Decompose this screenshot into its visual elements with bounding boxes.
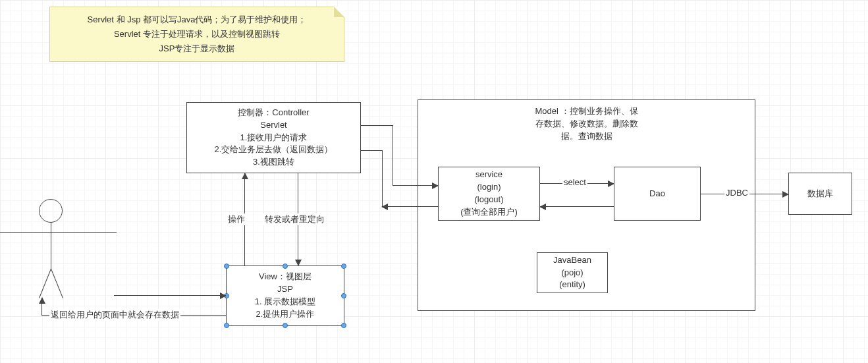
database-box[interactable]: 数据库: [788, 173, 852, 215]
controller-box[interactable]: 控制器：Controller Servlet 1.接收用户的请求 2.交给业务层…: [186, 102, 361, 173]
service-l2: (login): [477, 181, 501, 194]
resize-handle[interactable]: [283, 323, 288, 328]
note-servlet-jsp: Servlet 和 Jsp 都可以写Java代码；为了易于维护和使用； Serv…: [49, 7, 344, 62]
view-sub: JSP: [277, 283, 293, 296]
controller-l2: 2.交给业务层去做（返回数据）: [215, 144, 333, 156]
service-l3: (logout): [474, 194, 503, 206]
dao-box[interactable]: Dao: [614, 167, 701, 221]
label-operate: 操作: [227, 213, 246, 225]
model-l3: 据。查询数据: [561, 130, 612, 143]
note-line2: Servlet 专注于处理请求，以及控制视图跳转: [114, 29, 280, 39]
controller-l1: 1.接收用户的请求: [240, 132, 308, 144]
label-jdbc: JDBC: [724, 188, 749, 198]
view-l2: 2.提供用户操作: [256, 308, 315, 321]
resize-handle[interactable]: [341, 323, 346, 328]
resize-handle[interactable]: [224, 264, 229, 269]
javabean-l2: (pojo): [561, 267, 583, 279]
resize-handle[interactable]: [283, 264, 288, 269]
service-box[interactable]: service (login) (logout) (查询全部用户): [438, 167, 540, 221]
label-return: 返回给用户的页面中就会存在数据: [49, 309, 180, 321]
dao-label: Dao: [649, 188, 665, 200]
arrow-view-to-user-v: [41, 298, 42, 315]
service-l1: service: [475, 169, 502, 181]
javabean-l1: JavaBean: [553, 254, 591, 267]
model-l2: 存数据、修改数据。删除数: [535, 118, 638, 130]
resize-handle[interactable]: [341, 264, 346, 269]
controller-title: 控制器：Controller: [238, 107, 309, 119]
arrow-dao-to-service: [540, 206, 614, 207]
arrow-ctrl-to-service: [393, 185, 438, 186]
arrow-user-to-view: [114, 295, 226, 296]
controller-l3: 3.视图跳转: [253, 156, 294, 169]
database-label: 数据库: [807, 188, 833, 200]
resize-handle[interactable]: [341, 293, 346, 298]
controller-sub: Servlet: [260, 119, 286, 132]
note-line1: Servlet 和 Jsp 都可以写Java代码；为了易于维护和使用；: [88, 14, 307, 24]
note-line3: JSP专注于显示数据: [159, 43, 235, 53]
service-l4: (查询全部用户): [460, 206, 518, 219]
resize-handle[interactable]: [224, 323, 229, 328]
model-title: Model ：控制业务操作、保: [535, 105, 637, 118]
line-ctrl-service-bot-v: [382, 150, 383, 206]
label-forward: 转发或者重定向: [263, 213, 326, 225]
line-ctrl-service-top-v: [393, 125, 393, 185]
line-ctrl-service-bot: [361, 150, 382, 151]
label-select: select: [562, 177, 587, 187]
view-title: View：视图层: [259, 271, 312, 283]
view-l1: 1. 展示数据模型: [255, 296, 315, 308]
view-box[interactable]: View：视图层 JSP 1. 展示数据模型 2.提供用户操作: [226, 265, 344, 326]
javabean-box[interactable]: JavaBean (pojo) (entity): [537, 252, 608, 293]
javabean-l3: (entity): [559, 279, 585, 291]
user-icon: [0, 199, 117, 304]
line-ctrl-service-top: [361, 125, 393, 126]
arrow-service-to-ctrl: [382, 206, 438, 207]
